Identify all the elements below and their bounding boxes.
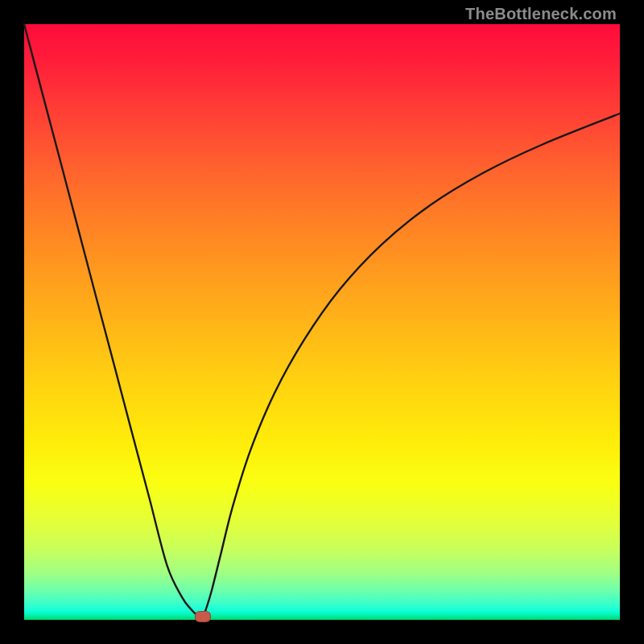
plot-area: [24, 24, 620, 620]
bottleneck-curve: [24, 24, 620, 620]
chart-frame: TheBottleneck.com: [0, 0, 644, 644]
curve-path: [24, 24, 620, 619]
watermark-text: TheBottleneck.com: [465, 5, 617, 23]
optimum-marker: [195, 611, 211, 622]
